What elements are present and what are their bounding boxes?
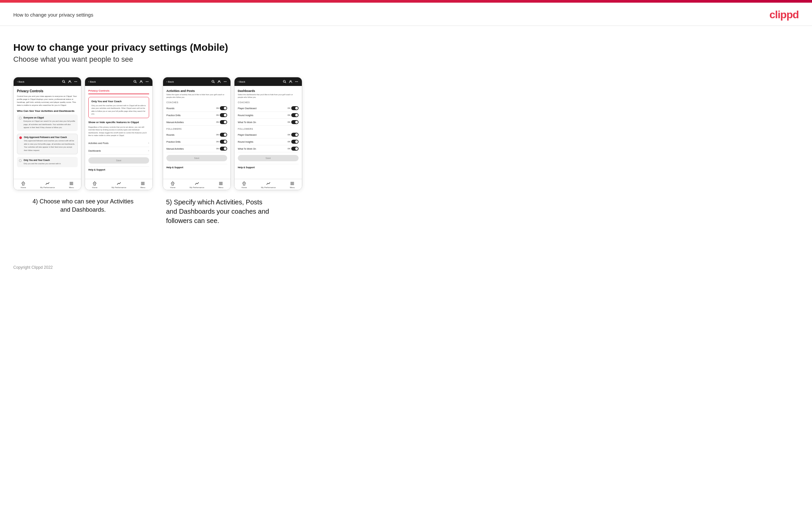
profile-icon-3[interactable] [217,79,221,83]
toggle-switch-4[interactable] [220,133,227,137]
toggle-coaches-player-dash[interactable]: Player Dashboard ON [238,105,299,112]
phone-body-3: Activities and Posts Select the types of… [163,86,231,179]
save-button-4[interactable]: Save [238,155,299,161]
svg-rect-26 [172,184,174,185]
toggle-switch-8[interactable] [291,113,299,117]
phone-footer-2: Home My Performance [85,179,152,190]
radio-circle-only-you [19,159,21,162]
svg-point-13 [147,81,147,82]
toggle-switch-12[interactable] [291,147,299,151]
toggle-followers-round-insights[interactable]: Round Insights ON [238,138,299,145]
toggle-switch[interactable] [220,106,227,110]
toggle-coaches-drills[interactable]: Practice Drills ON [166,112,227,119]
search-icon-2[interactable] [133,79,137,83]
privacy-desc: Control how you and your data appears to… [17,95,78,107]
footer-home-3[interactable]: Home [170,181,175,188]
toggle-followers-what-to-work[interactable]: What To Work On ON [238,145,299,152]
save-button-3[interactable]: Save [166,155,227,161]
list-row-dashboards[interactable]: Dashboards › [88,147,149,155]
svg-line-31 [285,82,286,83]
svg-rect-6 [22,184,24,185]
footer-performance-4[interactable]: My Performance [261,181,276,188]
phone-footer-3: Home My Performance [163,179,231,190]
radio-only-you[interactable]: Only You and Your Coach Only you and the… [17,157,78,167]
profile-icon-2[interactable] [139,79,143,83]
svg-point-34 [297,81,298,82]
back-button-3[interactable]: ‹ Back [166,80,174,83]
phone-header-1: ‹ Back [14,77,81,86]
toggle-followers-rounds[interactable]: Rounds ON [166,131,227,138]
footer-performance[interactable]: My Performance [40,181,55,188]
toggle-switch-3[interactable] [220,120,227,124]
top-bar [0,0,812,3]
profile-icon-4[interactable] [289,79,293,83]
list-row-activities[interactable]: Activities and Posts › [88,139,149,147]
svg-point-23 [225,81,225,82]
toggle-switch-11[interactable] [291,140,299,144]
toggle-followers-drills[interactable]: Practice Drills ON [166,138,227,145]
radio-everyone[interactable]: Everyone on Clippd Everyone on Clippd ca… [17,114,78,131]
toggle-switch-6[interactable] [220,147,227,151]
footer-home[interactable]: Home [20,181,26,188]
followers-label-3: FOLLOWERS [166,128,227,130]
back-button-4[interactable]: ‹ Back [238,80,245,83]
toggle-switch-7[interactable] [291,106,299,110]
toggle-switch-9[interactable] [291,120,299,124]
toggle-switch-10[interactable] [291,133,299,137]
toggle-coaches-round-insights[interactable]: Round Insights ON [238,112,299,119]
phone-body-4: Dashboards Select the dashboards that yo… [235,86,302,179]
phone-screen-4: ‹ Back [234,77,302,190]
footer-menu-4[interactable]: Menu [290,181,295,188]
menu-dots-icon-4[interactable] [295,79,299,83]
radio-approved[interactable]: Only Approved Followers and Your Coach O… [17,134,78,154]
phone-footer-4: Home My Performance [235,179,302,190]
toggle-followers-manual[interactable]: Manual Activities ON [166,145,227,152]
save-button-2[interactable]: Save [88,157,149,164]
screenshots-row: ‹ Back [13,77,799,225]
phone-body-2: Privacy Controls Only You and Your Coach… [85,86,152,179]
footer-menu[interactable]: Menu [69,181,74,188]
tab-privacy-controls[interactable]: Privacy Controls [88,89,110,94]
toggle-coaches-rounds[interactable]: Rounds ON [166,105,227,112]
back-button-1[interactable]: ‹ Back [17,80,24,83]
followers-label-4: FOLLOWERS [238,128,299,130]
toggle-switch-2[interactable] [220,113,227,117]
caption-5: 5) Specify which Activities, Posts and D… [166,198,269,225]
phone-header-2: ‹ Back [85,77,152,86]
footer-performance-3[interactable]: My Performance [190,181,204,188]
caption-5-area: 5) Specify which Activities, Posts and D… [163,198,269,225]
menu-dots-icon[interactable] [74,79,78,83]
phone-screen-2: ‹ Back [85,77,153,190]
toggle-coaches-manual[interactable]: Manual Activities ON [166,119,227,126]
footer-performance-2[interactable]: My Performance [112,181,126,188]
caption-4-area: 4) Choose who can see your Activities an… [30,198,136,214]
footer-menu-2[interactable]: Menu [141,181,146,188]
menu-dots-icon-2[interactable] [145,79,149,83]
svg-point-3 [75,81,76,82]
radio-circle-approved [19,136,22,139]
phone-screen-3: ‹ Back [163,77,231,190]
logo: clippd [769,9,799,21]
header-icons-3 [211,79,227,83]
chevron-right-icon: › [148,142,149,145]
back-button-2[interactable]: ‹ Back [88,80,96,83]
svg-point-5 [74,81,75,82]
toggle-coaches-what-to-work[interactable]: What To Work On ON [238,119,299,126]
radio-circle-everyone [19,117,21,119]
search-icon[interactable] [62,79,66,83]
toggle-switch-5[interactable] [220,140,227,144]
search-icon-3[interactable] [211,79,215,83]
profile-icon[interactable] [68,79,72,83]
menu-dots-icon-3[interactable] [223,79,227,83]
toggle-followers-player-dash[interactable]: Player Dashboard ON [238,131,299,138]
page-subheading: Choose what you want people to see [13,55,799,64]
footer-home-2[interactable]: Home [92,181,97,188]
phone-screen-1: ‹ Back [13,77,81,190]
footer-menu-3[interactable]: Menu [218,181,223,188]
svg-line-11 [136,82,137,83]
search-icon-4[interactable] [283,79,287,83]
section-heading-2: Show or hide specific features in Clippd [88,121,149,124]
phone-body-1: Privacy Controls Control how you and you… [14,86,81,179]
help-support-3: Help & Support [166,164,227,169]
footer-home-4[interactable]: Home [242,181,247,188]
